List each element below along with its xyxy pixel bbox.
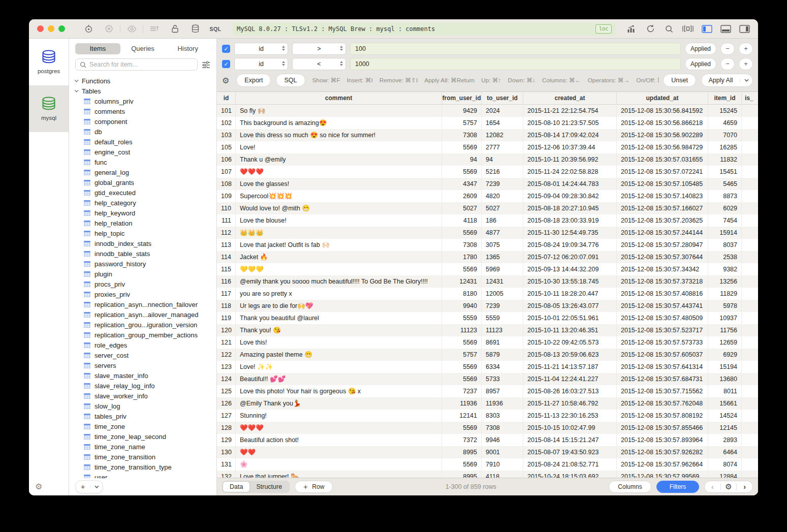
table-row[interactable]: 124 Beautiful!! 💕💕 5569 5733 2015-11-04 …: [217, 373, 758, 385]
cell-id[interactable]: 108: [217, 178, 236, 190]
tree-section-functions[interactable]: Functions: [69, 76, 216, 86]
cell-item-id[interactable]: 11756: [708, 324, 742, 336]
chevron-down-icon[interactable]: [90, 485, 103, 488]
search-icon[interactable]: [662, 25, 677, 33]
sidebar-table-item[interactable]: slow_log: [69, 401, 216, 411]
sidebar-table-item[interactable]: time_zone_transition: [69, 452, 216, 462]
column-header[interactable]: item_id: [708, 92, 742, 104]
cell-is[interactable]: [742, 202, 758, 214]
cell-updated-at[interactable]: 2015-12-08 15:30:57.140823: [617, 190, 708, 202]
cell-comment[interactable]: 🌸: [236, 458, 442, 471]
cell-comment[interactable]: Love!: [236, 141, 442, 153]
preview-eye-icon[interactable]: [121, 25, 142, 33]
cell-item-id[interactable]: 8873: [708, 190, 742, 202]
cell-from-user-id[interactable]: 11936: [442, 397, 482, 410]
cell-from-user-id[interactable]: 5027: [442, 202, 482, 214]
sidebar-table-item[interactable]: slave_relay_log_info: [69, 381, 216, 391]
table-row[interactable]: 128 ❤️❤️❤️ 5569 7308 2015-10-15 10:02:47…: [217, 422, 758, 434]
cell-id[interactable]: 109: [217, 190, 236, 202]
table-row[interactable]: 112 👑👑👑 5569 4877 2015-11-30 12:54:49.73…: [217, 227, 758, 239]
cell-comment[interactable]: ❤️❤️❤️: [236, 422, 442, 434]
toggle-left-panel-icon[interactable]: [699, 25, 714, 33]
log-list-icon[interactable]: [144, 25, 165, 33]
cell-item-id[interactable]: 7070: [708, 129, 742, 141]
cell-comment[interactable]: Thank u @emily: [236, 153, 442, 166]
cell-from-user-id[interactable]: 5569: [442, 263, 482, 275]
cell-id[interactable]: 125: [217, 385, 236, 397]
sidebar-table-item[interactable]: component: [69, 116, 216, 127]
cell-id[interactable]: 132: [217, 471, 236, 478]
table-row[interactable]: 113 Love that jacket! Outfit is fab 🙌🏻 7…: [217, 239, 758, 251]
cell-updated-at[interactable]: 2015-12-08 15:30:57.99569: [617, 471, 708, 478]
sidebar-table-item[interactable]: help_topic: [69, 228, 216, 238]
cell-item-id[interactable]: 2538: [708, 251, 742, 263]
cell-from-user-id[interactable]: 5757: [442, 117, 482, 129]
cell-item-id[interactable]: 13256: [708, 275, 742, 288]
cell-is[interactable]: [742, 190, 758, 202]
filter-enabled-checkbox[interactable]: [222, 45, 230, 53]
cell-created-at[interactable]: 2015-12-06 10:37:39.44: [523, 141, 617, 153]
table-row[interactable]: 121 Love this! 5569 8691 2015-10-22 09:4…: [217, 336, 758, 349]
add-filter-button[interactable]: +: [739, 58, 753, 70]
sidebar-table-item[interactable]: engine_cost: [69, 147, 216, 157]
cell-comment[interactable]: ❤️❤️: [236, 446, 442, 458]
cell-to-user-id[interactable]: 7308: [482, 422, 523, 434]
cell-is[interactable]: [742, 312, 758, 324]
cell-updated-at[interactable]: 2015-12-08 15:30:57.203625: [617, 214, 708, 227]
cell-to-user-id[interactable]: 5733: [482, 373, 523, 385]
cell-from-user-id[interactable]: 4347: [442, 178, 482, 190]
tab-data[interactable]: Data: [223, 482, 249, 492]
cell-comment[interactable]: Love that jumper! 🐎: [236, 471, 442, 478]
cell-id[interactable]: 114: [217, 251, 236, 263]
cell-from-user-id[interactable]: 8180: [442, 288, 482, 300]
cell-id[interactable]: 117: [217, 288, 236, 300]
cell-comment[interactable]: Amazing pastel theme 😬: [236, 349, 442, 361]
remove-filter-button[interactable]: −: [720, 43, 735, 55]
cell-created-at[interactable]: 2015-08-24 21:08:52.771: [523, 458, 617, 471]
cell-is[interactable]: [742, 349, 758, 361]
cell-to-user-id[interactable]: 2777: [482, 141, 523, 153]
sidebar-table-item[interactable]: gtid_executed: [69, 187, 216, 198]
previous-page-icon[interactable]: ‹: [705, 481, 720, 492]
filter-applied-button[interactable]: Applied: [685, 43, 716, 55]
cell-comment[interactable]: 💛💛💛: [236, 263, 442, 275]
export-button[interactable]: Export: [236, 74, 271, 87]
connection-mysql[interactable]: mysql: [29, 85, 69, 132]
cell-to-user-id[interactable]: 5969: [482, 263, 523, 275]
cell-from-user-id[interactable]: 9429: [442, 105, 482, 117]
cell-to-user-id[interactable]: 4118: [482, 471, 523, 478]
cell-updated-at[interactable]: 2015-12-08 15:30:57.373218: [617, 275, 708, 288]
cell-updated-at[interactable]: 2015-12-08 15:30:57.280947: [617, 239, 708, 251]
connection-postgres[interactable]: postgres: [29, 39, 69, 85]
cell-is[interactable]: [742, 385, 758, 397]
tab-structure[interactable]: Structure: [249, 482, 289, 492]
cell-item-id[interactable]: 6029: [708, 202, 742, 214]
cell-is[interactable]: [742, 275, 758, 288]
cell-from-user-id[interactable]: 11123: [442, 324, 482, 336]
table-row[interactable]: 102 This background is amazing😍 5757 165…: [217, 117, 758, 129]
sidebar-table-item[interactable]: slave_worker_info: [69, 391, 216, 401]
cell-is[interactable]: [742, 446, 758, 458]
cell-updated-at[interactable]: 2015-12-08 15:30:57.808192: [617, 410, 708, 422]
cell-from-user-id[interactable]: 8995: [442, 446, 482, 458]
table-row[interactable]: 122 Amazing pastel theme 😬 5757 5879 201…: [217, 349, 758, 361]
cell-updated-at[interactable]: 2015-12-08 15:30:57.926282: [617, 446, 708, 458]
cell-id[interactable]: 107: [217, 166, 236, 178]
table-row[interactable]: 107 ❤️❤️❤️ 5569 5216 2015-11-24 22:02:58…: [217, 166, 758, 178]
cell-is[interactable]: [742, 471, 758, 478]
cell-item-id[interactable]: 10937: [708, 312, 742, 324]
cell-updated-at[interactable]: 2015-12-08 15:30:57.408816: [617, 288, 708, 300]
cell-comment[interactable]: Love! ✨✨: [236, 361, 442, 373]
cell-item-id[interactable]: 11832: [708, 153, 742, 166]
cell-created-at[interactable]: 2015-10-11 18:28:20.447: [523, 288, 617, 300]
settings-gear-icon[interactable]: ⚙: [35, 482, 42, 491]
cell-from-user-id[interactable]: 5559: [442, 312, 482, 324]
add-item-button[interactable]: +: [75, 480, 103, 493]
sidebar-table-item[interactable]: help_category: [69, 198, 216, 208]
cell-updated-at[interactable]: 2015-12-08 15:30:57.105485: [617, 178, 708, 190]
cell-comment[interactable]: Love the blouse!: [236, 214, 442, 227]
cell-item-id[interactable]: 12884: [708, 471, 742, 478]
cell-to-user-id[interactable]: 11936: [482, 397, 523, 410]
table-row[interactable]: 116 @emily thank you soooo much beautifu…: [217, 275, 758, 288]
filter-operator-select[interactable]: <: [292, 58, 346, 70]
